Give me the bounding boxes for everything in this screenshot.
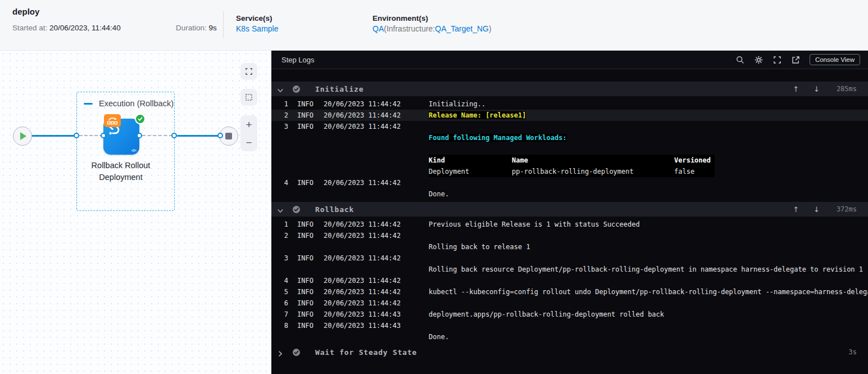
log-line[interactable]: Done. bbox=[271, 331, 868, 343]
scroll-to-bottom-button[interactable]: ↓ bbox=[814, 85, 820, 93]
stop-icon bbox=[225, 133, 232, 139]
log-message: Done. bbox=[429, 331, 868, 343]
scroll-to-top-button[interactable]: ↑ bbox=[793, 205, 799, 214]
log-line[interactable]: 4INFO20/06/2023 11:44:42 bbox=[271, 275, 868, 286]
log-level: INFO bbox=[297, 219, 313, 230]
step-logs-panel: Step Logs Console View bbox=[271, 51, 868, 374]
log-section-header-initialize[interactable]: Initialize↑↓285ms bbox=[271, 82, 868, 96]
scroll-to-bottom-button[interactable]: ↓ bbox=[814, 205, 820, 214]
started-at-value: 20/06/2023, 11:44:40 bbox=[49, 24, 121, 32]
infrastructure-link[interactable]: QA_Target_NG bbox=[435, 24, 489, 33]
log-line[interactable]: 5INFO20/06/2023 11:44:42kubectl --kubeco… bbox=[271, 286, 868, 298]
log-line[interactable]: 3INFO20/06/2023 11:44:42 bbox=[271, 253, 868, 264]
table-cell: false bbox=[674, 166, 715, 177]
log-level: INFO bbox=[297, 309, 313, 320]
settings-gear-icon[interactable] bbox=[754, 55, 764, 65]
edge-group-to-end bbox=[177, 135, 220, 137]
section-duration: 372ms bbox=[828, 205, 857, 213]
environment-value: QA(Infrastructure:QA_Target_NG) bbox=[372, 24, 492, 33]
log-timestamp: 20/06/2023 11:44:43 bbox=[324, 309, 401, 320]
connector-dot bbox=[171, 133, 177, 138]
step-success-icon bbox=[135, 114, 146, 124]
log-line[interactable]: Done. bbox=[271, 188, 868, 200]
connector-dot bbox=[74, 133, 79, 138]
pipeline-execution-page: deploy Started at: 20/06/2023, 11:44:40 … bbox=[0, 0, 868, 374]
environment-link[interactable]: QA bbox=[372, 24, 384, 33]
log-level: INFO bbox=[297, 177, 313, 188]
log-timestamp: 20/06/2023 11:44:42 bbox=[324, 286, 401, 298]
log-section-header-rollback[interactable]: Rollback↑↓372ms bbox=[271, 202, 868, 217]
chevron-down-icon[interactable] bbox=[277, 206, 284, 213]
log-line[interactable]: Rolling back resource Deployment/pp-roll… bbox=[271, 264, 868, 275]
search-icon[interactable] bbox=[735, 55, 745, 65]
log-level: INFO bbox=[297, 298, 313, 309]
log-line[interactable]: 2INFO20/06/2023 11:44:42 bbox=[271, 230, 868, 241]
log-message: Initializing.. bbox=[429, 98, 868, 110]
log-line[interactable]: 2INFO20/06/2023 11:44:42Release Name: [r… bbox=[271, 110, 868, 121]
log-line[interactable]: 3INFO20/06/2023 11:44:42 bbox=[271, 121, 868, 132]
step-label: Rollback Rollout Deployment bbox=[84, 160, 157, 183]
start-node[interactable] bbox=[13, 127, 32, 146]
console-view-button[interactable]: Console View bbox=[810, 54, 860, 65]
zoom-in-button[interactable]: + bbox=[246, 119, 252, 130]
zoom-out-button[interactable]: − bbox=[246, 137, 252, 148]
scroll-to-top-button[interactable]: ↑ bbox=[793, 85, 799, 93]
log-message: Done. bbox=[429, 188, 868, 200]
log-timestamp: 20/06/2023 11:44:42 bbox=[324, 98, 401, 110]
log-line[interactable]: KindNameVersioned bbox=[271, 155, 868, 166]
log-line[interactable]: 4INFO20/06/2023 11:44:42 bbox=[271, 177, 868, 188]
chevron-right-icon[interactable] bbox=[277, 349, 284, 355]
canvas-zoom-controls: + − bbox=[240, 115, 257, 151]
log-level: INFO bbox=[297, 121, 313, 132]
table-cell: Name bbox=[512, 155, 674, 166]
log-timestamp: 20/06/2023 11:44:42 bbox=[324, 121, 401, 132]
table-cell: Deployment bbox=[429, 166, 512, 177]
header-divider bbox=[223, 11, 224, 38]
log-line[interactable]: Deploymentpp-rollback-rolling-deployment… bbox=[271, 166, 868, 177]
canvas-select-button[interactable] bbox=[240, 89, 257, 106]
service-link[interactable]: K8s Sample bbox=[236, 24, 278, 33]
expand-fullscreen-icon[interactable] bbox=[772, 55, 782, 65]
canvas-fullscreen-button[interactable] bbox=[240, 63, 257, 80]
log-line[interactable] bbox=[271, 143, 868, 155]
service-link-text[interactable]: K8s Sample bbox=[236, 24, 278, 33]
highlighted-text: Found following Managed Workloads: bbox=[429, 134, 567, 142]
section-duration: 285ms bbox=[828, 85, 857, 93]
chevron-down-icon[interactable] bbox=[277, 85, 284, 92]
pipeline-graph-canvas[interactable]: Execution (Rollback) </> bbox=[0, 51, 270, 374]
log-line[interactable]: Rolling back to release 1 bbox=[271, 241, 868, 253]
log-message: Rolling back to release 1 bbox=[429, 241, 868, 253]
fullscreen-icon bbox=[244, 67, 253, 76]
log-body: Initialize↑↓285ms1INFO20/06/2023 11:44:4… bbox=[271, 69, 868, 374]
log-line[interactable]: 1INFO20/06/2023 11:44:42Previous eligibl… bbox=[271, 219, 868, 230]
log-line-number: 4 bbox=[271, 177, 288, 188]
log-message: kubectl --kubeconfig=config rollout undo… bbox=[429, 286, 868, 298]
play-icon bbox=[20, 132, 26, 140]
step-success-check-icon bbox=[292, 205, 301, 214]
log-line-number: 2 bbox=[271, 110, 288, 121]
log-line-number: 4 bbox=[271, 275, 288, 286]
services-label: Service(s) bbox=[236, 14, 272, 22]
log-line-number: 3 bbox=[271, 253, 288, 264]
log-timestamp: 20/06/2023 11:44:42 bbox=[324, 177, 401, 188]
started-at-label: Started at: bbox=[12, 24, 49, 32]
log-line[interactable]: 6INFO20/06/2023 11:44:42 bbox=[271, 298, 868, 309]
log-message: deployment.apps/pp-rollback-rolling-depl… bbox=[429, 309, 868, 320]
connector-dot bbox=[137, 133, 142, 138]
log-line[interactable]: 8INFO20/06/2023 11:44:43 bbox=[271, 320, 868, 331]
log-timestamp: 20/06/2023 11:44:42 bbox=[324, 230, 401, 241]
log-level: INFO bbox=[297, 98, 313, 110]
log-line-number: 6 bbox=[271, 298, 288, 309]
log-line[interactable]: 7INFO20/06/2023 11:44:43deployment.apps/… bbox=[271, 309, 868, 320]
log-section-title: Wait for Steady State bbox=[315, 348, 417, 357]
page-title: deploy bbox=[12, 7, 39, 16]
collapse-group-icon[interactable] bbox=[84, 103, 93, 105]
log-line[interactable]: 1INFO20/06/2023 11:44:42Initializing.. bbox=[271, 98, 868, 110]
log-line[interactable]: Found following Managed Workloads: bbox=[271, 132, 868, 143]
log-timestamp: 20/06/2023 11:44:42 bbox=[324, 253, 401, 264]
open-in-new-icon[interactable] bbox=[791, 55, 801, 65]
log-section-header-wait-for-steady-state[interactable]: Wait for Steady State3s bbox=[271, 345, 868, 359]
log-section-title: Initialize bbox=[315, 85, 363, 93]
environments-label: Environment(s) bbox=[372, 14, 428, 22]
log-line-number: 2 bbox=[271, 230, 288, 241]
